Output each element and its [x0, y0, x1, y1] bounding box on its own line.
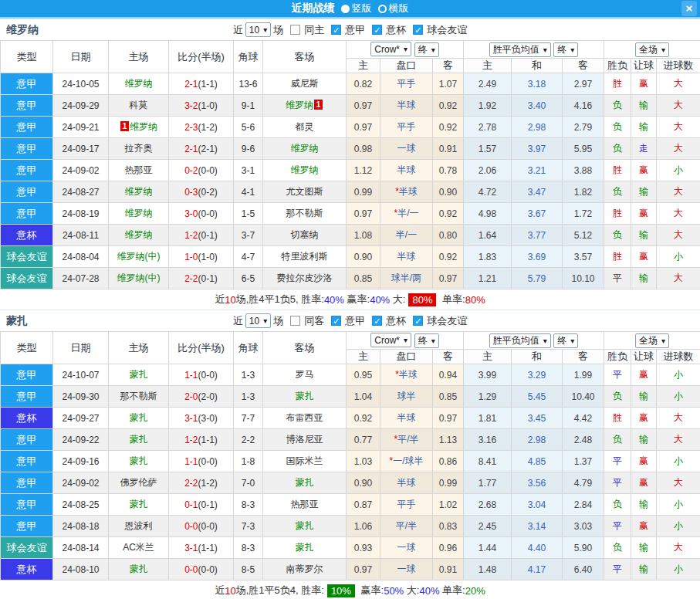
ah-line: 一球 [380, 537, 433, 559]
full-score: 1-2 [184, 435, 198, 445]
layout-option-horizontal[interactable]: 横版 [378, 2, 409, 15]
ah-home-odds: 0.90 [347, 472, 380, 494]
ah-away-odds: 0.92 [433, 246, 464, 268]
corner-count: 9-1 [234, 95, 263, 117]
eu-draw-odds: 4.85 [512, 451, 563, 472]
home-team-name: 蒙扎 [130, 369, 148, 380]
home-team: 拉齐奥 [109, 138, 169, 160]
away-team-name: 蒙扎 [296, 542, 314, 553]
summary-text: 10 [225, 585, 235, 597]
serie-a-checkbox[interactable] [331, 25, 341, 35]
half-score: (0-1) [198, 499, 218, 510]
handicap-result: 输 [631, 494, 657, 516]
friendly-checkbox[interactable] [413, 25, 423, 35]
ah-home-odds: 0.97 [347, 117, 380, 138]
full-score: 2-0 [184, 391, 198, 402]
eu-home-odds: 4.72 [464, 181, 512, 203]
corner-count: 3-7 [234, 225, 263, 246]
recent-count-select[interactable]: 10▾ [245, 22, 271, 37]
chevron-down-icon: ▾ [431, 46, 435, 54]
match-date: 24-09-02 [53, 472, 109, 494]
team-section-header-monza: 蒙扎 近 10▾ 场 同客 意甲 意杯 球会友谊 [0, 310, 700, 331]
home-team-name: 恩波利 [125, 520, 153, 531]
home-team: 佛罗伦萨 [109, 472, 169, 494]
serie-a-checkbox[interactable] [331, 316, 341, 326]
summary-rate-badge: 10% [327, 584, 355, 597]
eu-away-odds: 5.90 [563, 537, 604, 559]
full-score: 2-1 [184, 79, 198, 90]
summary-text: 单率: [439, 293, 465, 306]
col-home: 主场 [109, 41, 169, 73]
eu-time-select[interactable]: 终▾ [553, 333, 578, 348]
ah-line: 一球 [380, 559, 433, 580]
summary-text: 场,胜1平5负4, [236, 584, 302, 597]
radio-selected-icon[interactable] [341, 5, 350, 13]
league-badge: 球会友谊 [1, 537, 53, 559]
full-match-select[interactable]: 全场▾ [635, 333, 669, 348]
eu-home-odds: 3.16 [464, 429, 512, 451]
half-score: (0-0) [198, 456, 218, 467]
same-home-checkbox[interactable] [290, 25, 300, 35]
ah-home-odds: 0.82 [347, 73, 380, 95]
match-row: 意杯24-08-11维罗纳1-2(0-1)3-7切塞纳1.08半/一0.801.… [1, 225, 700, 246]
ah-away-odds: 0.97 [433, 268, 464, 289]
sub-ah-line: 盘口 [380, 59, 433, 73]
eu-home-odds: 2.45 [464, 516, 512, 537]
eu-away-odds: 1.82 [563, 181, 604, 203]
summary-text: 赢率: [358, 584, 384, 597]
eu-draw-odds: 3.29 [512, 364, 563, 386]
eu-average-select[interactable]: 胜平负均值▾ [489, 333, 551, 348]
same-away-checkbox[interactable] [290, 316, 300, 326]
coppa-checkbox[interactable] [372, 316, 382, 326]
eu-average-select[interactable]: 胜平负均值▾ [489, 42, 551, 57]
handicap-result: 输 [631, 268, 657, 289]
result: 平 [604, 472, 631, 494]
close-button[interactable]: × [681, 1, 697, 16]
match-row: 意甲24-08-18恩波利0-0(0-0)7-3蒙扎1.06平/半0.832.4… [1, 516, 700, 537]
eu-time-select[interactable]: 终▾ [553, 42, 578, 57]
ah-time-select[interactable]: 终▾ [414, 333, 439, 348]
match-date: 24-09-17 [53, 138, 109, 160]
goals-result: 大 [657, 138, 700, 160]
friendly-label: 球会友谊 [427, 314, 467, 328]
league-badge: 意甲 [1, 138, 53, 160]
full-match-select[interactable]: 全场▾ [635, 42, 669, 57]
friendly-checkbox[interactable] [413, 316, 423, 326]
ah-home-odds: 0.93 [347, 537, 380, 559]
coppa-label: 意杯 [386, 314, 406, 328]
chevron-down-icon: ▾ [661, 337, 665, 345]
ah-dropdown-group: Crow*▾ 终▾ [347, 332, 464, 350]
eu-home-odds: 2.06 [464, 160, 512, 181]
home-team-name: 维罗纳 [130, 121, 157, 132]
sub-ah-away: 客 [433, 59, 464, 73]
eu-away-odds: 3.88 [563, 160, 604, 181]
score-cell: 2-3(1-2) [169, 117, 234, 138]
col-corner: 角球 [234, 332, 263, 364]
away-team-name: 蒙扎 [296, 391, 314, 401]
chevron-down-icon: ▾ [263, 316, 267, 325]
odds-company-select[interactable]: Crow*▾ [370, 333, 411, 347]
coppa-checkbox[interactable] [372, 25, 382, 35]
match-date: 24-09-02 [53, 160, 109, 181]
result: 平 [604, 451, 631, 472]
corner-count: 7-7 [234, 408, 263, 429]
layout-option-vertical[interactable]: 竖版 [341, 2, 372, 15]
radio-unselected-icon[interactable] [378, 5, 387, 13]
half-score: (1-1) [198, 79, 218, 90]
handicap-result: 赢 [631, 364, 657, 386]
score-cell: 3-1(1-1) [169, 537, 234, 559]
matches-tbody-0: 意甲24-10-05维罗纳2-1(1-1)13-6威尼斯0.82平手1.072.… [1, 73, 700, 289]
ah-time-select[interactable]: 终▾ [414, 42, 439, 57]
summary-text: 大: [404, 584, 419, 597]
corner-count: 4-1 [234, 181, 263, 203]
summary-text: 10 [225, 294, 235, 306]
home-team: 蒙扎 [109, 494, 169, 516]
match-date: 24-09-29 [53, 95, 109, 117]
corner-count: 4-7 [234, 246, 263, 268]
recent-count-select[interactable]: 10▾ [245, 313, 271, 328]
sub-handicap: 让球 [631, 350, 657, 364]
odds-company-select[interactable]: Crow*▾ [370, 42, 411, 56]
eu-away-odds: 5.12 [563, 225, 604, 246]
handicap-result: 赢 [631, 451, 657, 472]
ah-away-odds: 0.78 [433, 160, 464, 181]
